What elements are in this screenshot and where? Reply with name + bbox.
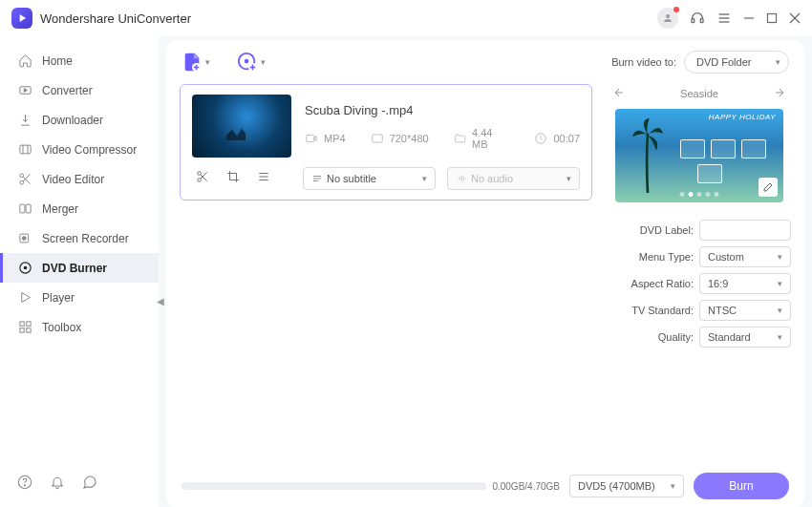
sidebar-item-label: Home <box>42 54 73 68</box>
burn-to-value: DVD Folder <box>696 56 751 68</box>
record-icon <box>17 231 32 245</box>
sidebar-item-merger[interactable]: Merger <box>0 194 159 223</box>
feedback-icon[interactable] <box>82 475 97 494</box>
notification-dot-icon <box>673 7 679 12</box>
video-title: Scuba Diving -.mp4 <box>305 103 580 117</box>
sidebar-item-label: Toolbox <box>42 321 81 334</box>
video-duration: 00:07 <box>553 133 580 144</box>
sidebar-item-video-editor[interactable]: Video Editor <box>0 164 159 194</box>
tv-standard-select[interactable]: NTSC▾ <box>699 300 791 321</box>
disc-capacity-bar <box>182 482 486 490</box>
sidebar-item-downloader[interactable]: Downloader <box>0 105 159 135</box>
sidebar-item-player[interactable]: Player <box>0 283 159 312</box>
folder-icon <box>454 132 466 145</box>
sidebar-item-label: Video Compressor <box>42 143 137 157</box>
crop-icon[interactable] <box>226 170 240 187</box>
template-name: Seaside <box>680 88 718 99</box>
audio-value: No audio <box>471 173 513 184</box>
chevron-down-icon: ▾ <box>205 57 210 67</box>
svg-rect-36 <box>372 134 382 141</box>
quality-select[interactable]: Standard▾ <box>699 327 791 348</box>
video-resolution: 720*480 <box>390 133 429 144</box>
video-size: 4.44 MB <box>472 127 509 150</box>
toolbar: ▾ ▾ Burn video to: DVD Folder ▾ <box>166 40 804 84</box>
template-banner-text: HAPPY HOLIDAY <box>709 113 776 121</box>
close-button[interactable] <box>789 12 801 24</box>
format-icon <box>305 132 318 145</box>
svg-rect-35 <box>307 135 314 141</box>
aspect-ratio-label: Aspect Ratio: <box>608 278 694 289</box>
sidebar-item-label: Converter <box>42 84 93 97</box>
bell-icon[interactable] <box>50 475 65 494</box>
svg-point-30 <box>24 485 25 486</box>
tv-standard-label: TV Standard: <box>608 305 694 316</box>
template-next-button[interactable] <box>774 86 787 101</box>
maximize-button[interactable] <box>766 12 778 24</box>
trim-icon[interactable] <box>196 170 209 187</box>
template-preview[interactable]: HAPPY HOLIDAY <box>615 109 783 202</box>
svg-point-21 <box>22 237 26 241</box>
svg-point-38 <box>198 172 202 176</box>
burn-to-label: Burn video to: <box>611 56 676 68</box>
subtitle-select[interactable]: No subtitle ▾ <box>303 167 436 190</box>
app-title: Wondershare UniConverter <box>40 11 191 26</box>
merger-icon <box>17 201 32 216</box>
menu-type-label: Menu Type: <box>608 251 694 263</box>
audio-icon <box>456 173 467 184</box>
sidebar-item-label: Player <box>42 291 75 305</box>
load-dvd-button[interactable]: ▾ <box>237 52 266 73</box>
svg-point-33 <box>245 59 249 64</box>
template-pagination-dots <box>680 192 719 197</box>
disc-icon <box>17 261 32 275</box>
subtitle-value: No subtitle <box>327 173 376 184</box>
sidebar-item-toolbox[interactable]: Toolbox <box>0 312 159 342</box>
app-logo <box>11 8 32 29</box>
burn-button[interactable]: Burn <box>694 473 789 499</box>
sidebar-item-screen-recorder[interactable]: Screen Recorder <box>0 223 159 253</box>
scissors-icon <box>17 172 32 186</box>
titlebar: Wondershare UniConverter <box>0 0 812 36</box>
svg-point-39 <box>198 179 202 182</box>
disc-type-select[interactable]: DVD5 (4700MB)▾ <box>569 475 684 497</box>
template-panel: Seaside HAPPY HOLIDAY <box>608 84 791 455</box>
compressor-icon <box>17 142 32 157</box>
template-edit-button[interactable] <box>759 178 778 197</box>
main-area: ▾ ▾ Burn video to: DVD Folder ▾ <box>159 36 812 507</box>
sidebar: Home Converter Downloader Video Compress… <box>0 36 159 507</box>
svg-marker-24 <box>21 293 30 303</box>
effect-icon[interactable] <box>257 170 270 187</box>
svg-point-23 <box>24 266 27 269</box>
video-thumbnail[interactable] <box>192 95 291 158</box>
menu-type-select[interactable]: Custom▾ <box>699 246 791 267</box>
add-file-button[interactable]: ▾ <box>182 52 210 73</box>
burn-to-select[interactable]: DVD Folder ▾ <box>684 51 789 74</box>
audio-select[interactable]: No audio ▾ <box>447 167 580 190</box>
aspect-ratio-select[interactable]: 16:9▾ <box>699 273 791 294</box>
hamburger-menu-icon[interactable] <box>716 11 732 26</box>
svg-point-0 <box>666 14 670 18</box>
sidebar-item-home[interactable]: Home <box>0 46 159 75</box>
minimize-button[interactable] <box>743 12 755 24</box>
video-format: MP4 <box>324 133 346 144</box>
clock-icon <box>534 132 547 145</box>
sidebar-item-compressor[interactable]: Video Compressor <box>0 135 159 164</box>
sidebar-item-converter[interactable]: Converter <box>0 75 159 105</box>
svg-rect-27 <box>19 328 23 332</box>
user-account-icon[interactable] <box>657 8 678 29</box>
resolution-icon <box>371 132 384 145</box>
footer: 0.00GB/4.70GB DVD5 (4700MB)▾ Burn <box>166 465 804 507</box>
dvd-label-input[interactable] <box>699 220 791 241</box>
svg-point-14 <box>19 174 23 178</box>
converter-icon <box>17 83 32 97</box>
svg-rect-2 <box>700 19 703 23</box>
quality-label: Quality: <box>608 331 694 343</box>
video-card[interactable]: Scuba Diving -.mp4 MP4 720*480 4.44 MB 0… <box>180 84 592 201</box>
template-prev-button[interactable] <box>611 86 625 101</box>
help-icon[interactable] <box>17 475 32 494</box>
svg-rect-28 <box>26 328 30 332</box>
disc-capacity-text: 0.00GB/4.70GB <box>492 481 560 492</box>
sidebar-collapse-toggle[interactable]: ◀ <box>157 296 164 306</box>
sidebar-item-label: Video Editor <box>42 173 104 186</box>
headset-icon[interactable] <box>690 11 705 26</box>
sidebar-item-dvd-burner[interactable]: DVD Burner <box>0 253 159 283</box>
